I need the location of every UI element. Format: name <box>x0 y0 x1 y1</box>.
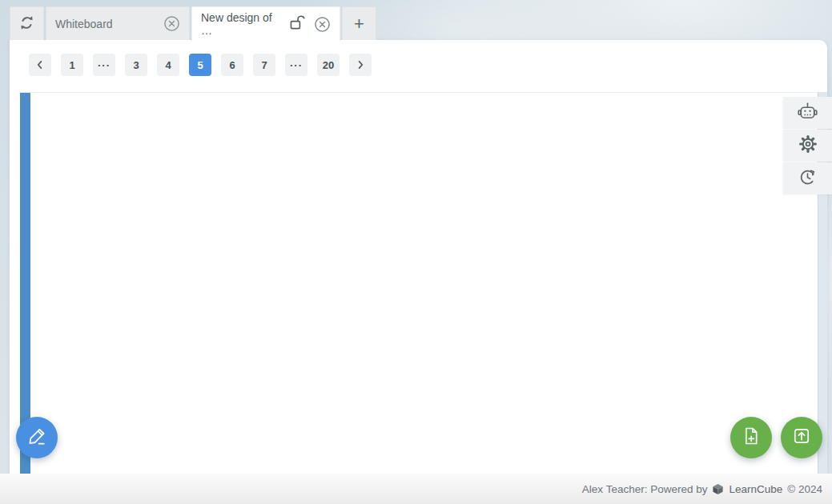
page-button-4[interactable]: 4 <box>157 54 179 76</box>
whiteboard-canvas[interactable] <box>20 92 818 474</box>
history-button[interactable] <box>783 162 832 194</box>
tab-whiteboard[interactable]: Whiteboard <box>46 6 190 40</box>
upload-icon <box>791 426 812 450</box>
pencil-icon <box>26 426 48 450</box>
page-button-5-current[interactable]: 5 <box>189 54 211 76</box>
draw-tool-button[interactable] <box>16 417 58 458</box>
page-button-20[interactable]: 20 <box>317 54 340 76</box>
whiteboard-app: Whiteboard New design of … <box>0 0 832 504</box>
refresh-tab-button[interactable] <box>10 6 44 40</box>
page-button-3[interactable]: 3 <box>125 54 147 76</box>
page-button-6[interactable]: 6 <box>221 54 243 76</box>
page-ellipsis-right[interactable]: ··· <box>285 54 307 76</box>
refresh-icon <box>18 14 35 34</box>
new-page-icon <box>741 426 762 450</box>
settings-button[interactable] <box>783 130 832 162</box>
ai-assistant-button[interactable] <box>783 97 832 129</box>
tab-new-design-label: New design of … <box>201 11 283 37</box>
learncube-cube-icon <box>712 483 724 495</box>
close-tab-icon[interactable] <box>163 15 180 32</box>
footer: Alex Teacher: Powered by LearnCube © 202… <box>0 474 832 504</box>
page-button-1[interactable]: 1 <box>61 54 83 76</box>
page-button-7[interactable]: 7 <box>253 54 275 76</box>
upload-button[interactable] <box>781 417 822 458</box>
page-edge-strip <box>20 93 30 474</box>
prev-page-button[interactable] <box>29 54 51 76</box>
next-page-button[interactable] <box>349 54 372 76</box>
close-tab-icon[interactable] <box>314 16 331 33</box>
tab-new-design[interactable]: New design of … <box>191 6 340 41</box>
pagination: 1 ··· 3 4 5 6 7 ··· 20 <box>29 54 372 76</box>
unlock-icon[interactable] <box>288 14 308 34</box>
tab-whiteboard-label: Whiteboard <box>55 18 113 30</box>
footer-user-text: Alex Teacher: Powered by <box>582 483 708 495</box>
robot-icon <box>797 102 818 125</box>
history-icon <box>798 168 817 190</box>
page-ellipsis-left[interactable]: ··· <box>93 54 115 76</box>
footer-copyright: © 2024 <box>787 483 822 495</box>
footer-brand: LearnCube <box>729 483 782 495</box>
gear-icon <box>798 134 818 157</box>
add-page-button[interactable] <box>730 417 772 458</box>
side-tool-panel <box>783 97 832 195</box>
add-tab-button[interactable]: + <box>342 6 376 40</box>
tab-bar: Whiteboard New design of … <box>10 6 378 40</box>
plus-icon: + <box>354 14 364 34</box>
